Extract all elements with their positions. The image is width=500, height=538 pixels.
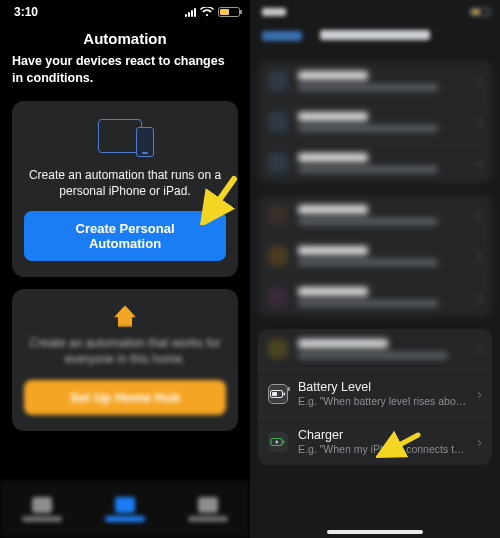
page-subtitle: Have your devices react to changes in co… [0,47,250,89]
trigger-row-low-power[interactable]: › [258,329,492,369]
trigger-row-charger[interactable]: Charger E.g. "When my iPhone connects to… [258,417,492,465]
nav-title [318,28,432,43]
chevron-right-icon: › [477,386,482,402]
battery-icon [268,384,288,404]
home-desc: Create an automation that works for ever… [24,335,226,367]
status-bar [250,0,500,18]
battery-icon [470,8,490,16]
card-home-automation: Create an automation that works for ever… [12,289,238,430]
charger-icon [268,432,288,452]
status-icons [185,7,240,17]
trigger-row[interactable]: › [258,276,492,317]
trigger-group-connectivity: › › › [258,61,492,183]
trigger-row[interactable]: › [258,142,492,183]
trigger-row[interactable]: › [258,61,492,101]
tab-shortcuts[interactable] [17,497,67,522]
cellular-icon [185,8,196,17]
row-example: E.g. "When battery level rises above 50%… [298,395,467,407]
pane-automation-landing: 3:10 Automation Have your devices react … [0,0,250,538]
tab-bar [0,480,250,538]
tab-gallery[interactable] [183,497,233,522]
row-title: Charger [298,428,467,442]
svg-rect-2 [272,392,277,396]
status-time: 3:10 [14,5,38,19]
composite-screenshot: 3:10 Automation Have your devices react … [0,0,500,538]
chevron-right-icon: › [477,434,482,450]
trigger-group-power: › Battery Level E.g. "When battery level… [258,329,492,465]
tab-automation[interactable] [100,497,150,522]
home-indicator [327,530,423,534]
status-time [262,8,286,16]
battery-icon [218,7,240,17]
page-title: Automation [0,30,250,47]
svg-rect-1 [284,392,286,395]
create-personal-automation-button[interactable]: Create Personal Automation [24,211,226,261]
svg-rect-4 [283,440,285,443]
nav-bar [250,18,500,49]
trigger-row[interactable]: › [258,235,492,276]
trigger-row-battery-level[interactable]: Battery Level E.g. "When battery level r… [258,369,492,417]
trigger-group-modes: › › › [258,195,492,317]
wifi-icon [200,7,214,17]
row-title: Battery Level [298,380,467,394]
card-personal-automation: Create an automation that runs on a pers… [12,101,238,277]
pane-new-automation: › › › › › › › Battery Level E.g. "When [250,0,500,538]
status-bar: 3:10 [0,0,250,18]
cancel-button[interactable] [262,31,302,41]
personal-desc: Create an automation that runs on a pers… [24,167,226,199]
devices-icon [94,117,156,159]
trigger-row[interactable]: › [258,101,492,142]
trigger-row[interactable]: › [258,195,492,235]
row-example: E.g. "When my iPhone connects to power" [298,443,467,455]
setup-home-button[interactable]: Set Up Home Hub [24,380,226,415]
home-icon [114,305,136,327]
